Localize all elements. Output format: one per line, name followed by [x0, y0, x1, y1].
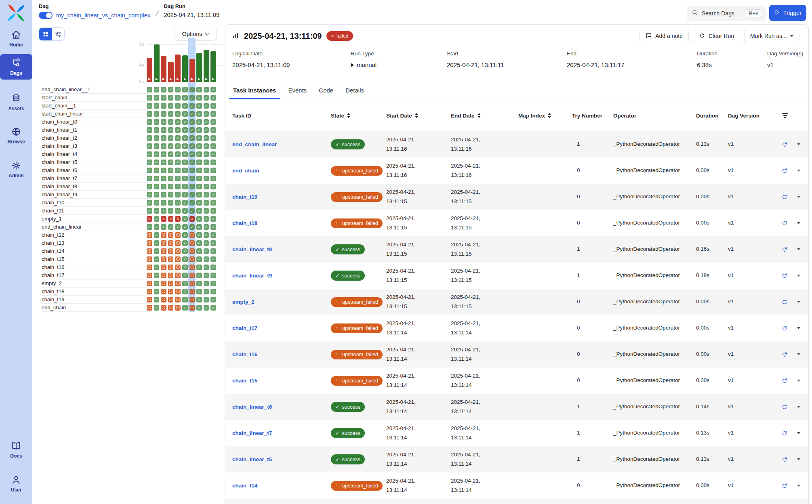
task-status-success-square[interactable]: ✓	[175, 119, 181, 125]
task-status-upstream-failed-square[interactable]: ↑	[175, 240, 181, 246]
task-status-success-square[interactable]: ✓	[210, 160, 216, 165]
run-duration-bar[interactable]	[168, 62, 174, 82]
task-status-upstream-failed-square[interactable]: ↑	[147, 289, 152, 294]
task-status-upstream-failed-square[interactable]: ↑	[147, 305, 152, 311]
task-status-success-square[interactable]: ✓	[204, 103, 209, 109]
clear-task-icon[interactable]	[781, 404, 787, 410]
task-status-success-square[interactable]: ✓	[154, 208, 160, 214]
task-status-success-square[interactable]: ✓	[168, 224, 174, 230]
grid-task-name[interactable]: chain_t17	[42, 271, 151, 279]
task-status-success-square[interactable]: ✓	[182, 305, 188, 311]
task-status-success-square[interactable]: ✓	[204, 184, 209, 189]
task-status-success-square[interactable]: ✓	[175, 160, 181, 165]
task-status-success-square[interactable]: ✓	[196, 192, 202, 197]
sidebar-item-home[interactable]: Home	[0, 26, 32, 51]
grid-task-name[interactable]: chain_linear_t1	[42, 126, 151, 134]
task-status-success-square[interactable]: ✓	[161, 200, 166, 206]
caret-down-icon[interactable]	[797, 380, 800, 382]
task-id-link[interactable]: chain_t18	[232, 220, 257, 226]
task-status-success-square[interactable]: ✓	[196, 95, 202, 101]
task-status-success-square[interactable]: ✓	[204, 151, 209, 157]
task-status-success-square[interactable]: ✓	[154, 256, 160, 262]
task-status-success-square[interactable]: ✓	[196, 289, 202, 294]
task-status-success-square[interactable]: ✓	[161, 127, 166, 133]
grid-task-name[interactable]: empty_1	[42, 215, 151, 223]
task-status-success-square[interactable]: ✓	[161, 192, 166, 197]
grid-task-name[interactable]: empty_2	[42, 279, 151, 288]
task-status-success-square[interactable]: ✓	[168, 151, 174, 157]
task-status-success-square[interactable]: ✓	[168, 103, 174, 109]
task-status-success-square[interactable]: ✓	[189, 160, 195, 165]
task-status-upstream-failed-square[interactable]: ↑	[168, 281, 174, 286]
task-status-success-square[interactable]: ✓	[210, 256, 216, 262]
task-status-success-square[interactable]: ✓	[182, 95, 188, 101]
task-id-link[interactable]: chain_t16	[232, 351, 257, 357]
grid-task-name[interactable]: start_chain	[42, 94, 151, 102]
task-status-upstream-failed-square[interactable]: ↑	[175, 265, 181, 270]
task-status-success-square[interactable]: ✓	[175, 184, 181, 189]
task-status-success-square[interactable]: ✓	[204, 135, 209, 141]
task-status-success-square[interactable]: ✓	[182, 168, 188, 173]
task-id-link[interactable]: end_chain	[232, 168, 259, 174]
sort-icon[interactable]	[548, 113, 551, 118]
task-status-success-square[interactable]: ✓	[210, 184, 216, 189]
action-button-clear-run[interactable]: Clear Run	[693, 29, 740, 43]
task-status-success-square[interactable]: ✓	[154, 151, 160, 157]
task-status-success-square[interactable]: ✓	[182, 273, 188, 278]
task-id-link[interactable]: chain_linear_t7	[232, 430, 272, 436]
task-status-upstream-failed-square[interactable]: ↑	[189, 232, 195, 238]
task-status-failed-square[interactable]: ×	[168, 216, 174, 222]
clear-task-icon[interactable]	[781, 299, 787, 305]
task-status-success-square[interactable]: ✓	[189, 119, 195, 125]
task-status-success-square[interactable]: ✓	[189, 103, 195, 109]
task-status-success-square[interactable]: ✓	[204, 224, 209, 230]
task-status-upstream-failed-square[interactable]: ↑	[161, 305, 166, 311]
task-status-success-square[interactable]: ✓	[182, 151, 188, 157]
task-status-success-square[interactable]: ✓	[182, 224, 188, 230]
task-id-link[interactable]: empty_2	[232, 299, 255, 305]
task-status-success-square[interactable]: ✓	[154, 143, 160, 149]
tab-details[interactable]: Details	[343, 81, 366, 99]
task-status-success-square[interactable]: ✓	[154, 111, 160, 117]
task-status-success-square[interactable]: ✓	[154, 135, 160, 141]
task-status-success-square[interactable]: ✓	[154, 248, 160, 254]
grid-task-name[interactable]: chain_t15	[42, 255, 151, 263]
task-status-upstream-failed-square[interactable]: ↑	[168, 232, 174, 238]
task-status-success-square[interactable]: ✓	[154, 273, 160, 278]
task-status-success-square[interactable]: ✓	[189, 135, 195, 141]
task-status-success-square[interactable]: ✓	[210, 273, 216, 278]
task-status-success-square[interactable]: ✓	[168, 111, 174, 117]
task-status-success-square[interactable]: ✓	[182, 297, 188, 302]
task-status-success-square[interactable]: ✓	[147, 208, 152, 214]
caret-down-icon[interactable]	[797, 143, 800, 145]
task-status-success-square[interactable]: ✓	[147, 95, 152, 101]
task-status-success-square[interactable]: ✓	[182, 111, 188, 117]
task-status-success-square[interactable]: ✓	[189, 176, 195, 181]
task-status-success-square[interactable]: ✓	[196, 119, 202, 125]
task-status-success-square[interactable]: ✓	[161, 87, 166, 92]
task-status-success-square[interactable]: ✓	[210, 111, 216, 117]
task-status-success-square[interactable]: ✓	[168, 208, 174, 214]
caret-down-icon[interactable]	[797, 301, 800, 303]
grid-task-name[interactable]: chain_linear_t3	[42, 142, 151, 150]
task-status-success-square[interactable]: ✓	[210, 297, 216, 302]
task-status-success-square[interactable]: ✓	[204, 160, 209, 165]
task-status-upstream-failed-square[interactable]: ↑	[189, 297, 195, 302]
task-status-success-square[interactable]: ✓	[154, 265, 160, 270]
task-status-upstream-failed-square[interactable]: ↑	[161, 265, 166, 270]
task-status-upstream-failed-square[interactable]: ↑	[175, 248, 181, 254]
task-status-upstream-failed-square[interactable]: ↑	[147, 240, 152, 246]
task-status-success-square[interactable]: ✓	[147, 127, 152, 133]
clear-task-icon[interactable]	[781, 378, 787, 384]
task-status-success-square[interactable]: ✓	[147, 111, 152, 117]
task-status-success-square[interactable]: ✓	[175, 224, 181, 230]
clear-task-icon[interactable]	[781, 351, 787, 357]
task-status-success-square[interactable]: ✓	[196, 135, 202, 141]
task-status-success-square[interactable]: ✓	[168, 168, 174, 173]
sidebar-item-docs[interactable]: Docs	[0, 437, 32, 462]
task-status-upstream-failed-square[interactable]: ↑	[168, 305, 174, 311]
task-status-success-square[interactable]: ✓	[204, 111, 209, 117]
caret-down-icon[interactable]	[797, 406, 800, 408]
task-status-success-square[interactable]: ✓	[189, 127, 195, 133]
task-status-success-square[interactable]: ✓	[182, 248, 188, 254]
